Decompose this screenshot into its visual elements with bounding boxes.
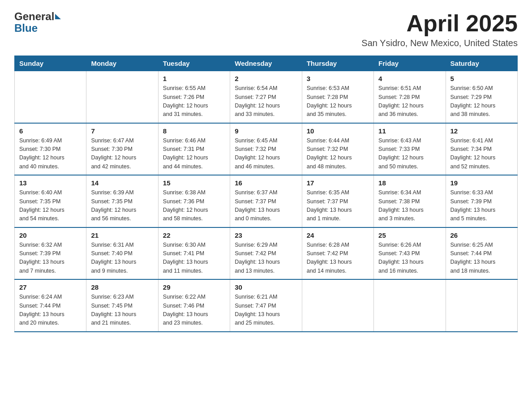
calendar-cell	[86, 71, 158, 123]
calendar-header-row: SundayMondayTuesdayWednesdayThursdayFrid…	[15, 56, 518, 71]
calendar-cell: 25Sunrise: 6:26 AM Sunset: 7:43 PM Dayli…	[374, 227, 446, 280]
calendar-cell: 15Sunrise: 6:38 AM Sunset: 7:36 PM Dayli…	[158, 175, 230, 227]
day-info: Sunrise: 6:38 AM Sunset: 7:36 PM Dayligh…	[163, 188, 225, 223]
logo-blue-text: Blue	[14, 22, 61, 34]
day-number: 8	[163, 127, 225, 135]
day-number: 25	[378, 231, 441, 239]
day-info: Sunrise: 6:34 AM Sunset: 7:38 PM Dayligh…	[378, 188, 441, 223]
calendar-cell: 14Sunrise: 6:39 AM Sunset: 7:35 PM Dayli…	[86, 175, 158, 227]
calendar-cell: 11Sunrise: 6:43 AM Sunset: 7:33 PM Dayli…	[374, 123, 446, 176]
day-number: 3	[307, 75, 369, 82]
day-number: 28	[91, 283, 153, 291]
day-info: Sunrise: 6:30 AM Sunset: 7:41 PM Dayligh…	[163, 241, 225, 276]
calendar-cell: 19Sunrise: 6:33 AM Sunset: 7:39 PM Dayli…	[446, 175, 517, 227]
calendar-cell: 21Sunrise: 6:31 AM Sunset: 7:40 PM Dayli…	[86, 227, 158, 280]
day-info: Sunrise: 6:53 AM Sunset: 7:28 PM Dayligh…	[307, 84, 369, 119]
day-number: 9	[235, 127, 297, 135]
calendar-cell: 17Sunrise: 6:35 AM Sunset: 7:37 PM Dayli…	[302, 175, 373, 227]
column-header-sunday: Sunday	[15, 56, 86, 71]
calendar-cell: 2Sunrise: 6:54 AM Sunset: 7:27 PM Daylig…	[230, 71, 302, 123]
day-number: 23	[235, 231, 297, 239]
day-info: Sunrise: 6:24 AM Sunset: 7:44 PM Dayligh…	[19, 293, 82, 328]
logo: General Blue	[14, 11, 61, 34]
calendar-cell: 10Sunrise: 6:44 AM Sunset: 7:32 PM Dayli…	[302, 123, 373, 176]
calendar-week-1: 1Sunrise: 6:55 AM Sunset: 7:26 PM Daylig…	[15, 71, 518, 123]
day-number: 14	[91, 179, 153, 187]
calendar-cell: 26Sunrise: 6:25 AM Sunset: 7:44 PM Dayli…	[446, 227, 517, 280]
day-number: 19	[450, 179, 513, 187]
calendar-cell: 29Sunrise: 6:22 AM Sunset: 7:46 PM Dayli…	[158, 279, 230, 332]
day-info: Sunrise: 6:31 AM Sunset: 7:40 PM Dayligh…	[91, 241, 153, 276]
calendar-week-5: 27Sunrise: 6:24 AM Sunset: 7:44 PM Dayli…	[15, 279, 518, 332]
day-number: 24	[307, 231, 369, 239]
calendar-cell: 9Sunrise: 6:45 AM Sunset: 7:32 PM Daylig…	[230, 123, 302, 176]
logo-general-text: General	[14, 11, 54, 22]
day-number: 10	[307, 127, 369, 135]
day-number: 12	[450, 127, 513, 135]
calendar-cell: 6Sunrise: 6:49 AM Sunset: 7:30 PM Daylig…	[15, 123, 86, 176]
calendar-cell: 13Sunrise: 6:40 AM Sunset: 7:35 PM Dayli…	[15, 175, 86, 227]
day-number: 27	[19, 283, 82, 291]
column-header-friday: Friday	[374, 56, 446, 71]
calendar-cell: 28Sunrise: 6:23 AM Sunset: 7:45 PM Dayli…	[86, 279, 158, 332]
column-header-saturday: Saturday	[446, 56, 517, 71]
calendar-cell: 16Sunrise: 6:37 AM Sunset: 7:37 PM Dayli…	[230, 175, 302, 227]
location-subtitle: San Ysidro, New Mexico, United States	[361, 38, 518, 48]
calendar-cell: 12Sunrise: 6:41 AM Sunset: 7:34 PM Dayli…	[446, 123, 517, 176]
month-title: April 2025	[361, 11, 518, 36]
day-number: 13	[19, 179, 82, 187]
calendar-cell: 18Sunrise: 6:34 AM Sunset: 7:38 PM Dayli…	[374, 175, 446, 227]
day-number: 26	[450, 231, 513, 239]
calendar-cell: 20Sunrise: 6:32 AM Sunset: 7:39 PM Dayli…	[15, 227, 86, 280]
day-info: Sunrise: 6:39 AM Sunset: 7:35 PM Dayligh…	[91, 188, 153, 223]
calendar-cell	[374, 279, 446, 332]
calendar-cell: 30Sunrise: 6:21 AM Sunset: 7:47 PM Dayli…	[230, 279, 302, 332]
day-number: 7	[91, 127, 153, 135]
day-info: Sunrise: 6:41 AM Sunset: 7:34 PM Dayligh…	[450, 137, 513, 171]
day-info: Sunrise: 6:25 AM Sunset: 7:44 PM Dayligh…	[450, 241, 513, 276]
day-info: Sunrise: 6:32 AM Sunset: 7:39 PM Dayligh…	[19, 241, 82, 276]
calendar-cell	[15, 71, 86, 123]
day-number: 22	[163, 231, 225, 239]
day-info: Sunrise: 6:37 AM Sunset: 7:37 PM Dayligh…	[235, 188, 297, 223]
day-number: 16	[235, 179, 297, 187]
column-header-monday: Monday	[86, 56, 158, 71]
day-info: Sunrise: 6:47 AM Sunset: 7:30 PM Dayligh…	[91, 137, 153, 171]
calendar-week-3: 13Sunrise: 6:40 AM Sunset: 7:35 PM Dayli…	[15, 175, 518, 227]
day-info: Sunrise: 6:49 AM Sunset: 7:30 PM Dayligh…	[19, 137, 82, 171]
column-header-thursday: Thursday	[302, 56, 373, 71]
calendar-cell: 24Sunrise: 6:28 AM Sunset: 7:42 PM Dayli…	[302, 227, 373, 280]
day-info: Sunrise: 6:21 AM Sunset: 7:47 PM Dayligh…	[235, 293, 297, 328]
day-info: Sunrise: 6:26 AM Sunset: 7:43 PM Dayligh…	[378, 241, 441, 276]
day-number: 17	[307, 179, 369, 187]
day-info: Sunrise: 6:35 AM Sunset: 7:37 PM Dayligh…	[307, 188, 369, 223]
day-info: Sunrise: 6:54 AM Sunset: 7:27 PM Dayligh…	[235, 84, 297, 119]
calendar-cell: 7Sunrise: 6:47 AM Sunset: 7:30 PM Daylig…	[86, 123, 158, 176]
day-number: 20	[19, 231, 82, 239]
calendar-cell: 1Sunrise: 6:55 AM Sunset: 7:26 PM Daylig…	[158, 71, 230, 123]
calendar-cell: 3Sunrise: 6:53 AM Sunset: 7:28 PM Daylig…	[302, 71, 373, 123]
day-info: Sunrise: 6:28 AM Sunset: 7:42 PM Dayligh…	[307, 241, 369, 276]
logo-triangle-icon	[55, 14, 61, 19]
calendar-cell: 4Sunrise: 6:51 AM Sunset: 7:28 PM Daylig…	[374, 71, 446, 123]
day-info: Sunrise: 6:44 AM Sunset: 7:32 PM Dayligh…	[307, 137, 369, 171]
calendar-cell: 5Sunrise: 6:50 AM Sunset: 7:29 PM Daylig…	[446, 71, 517, 123]
day-number: 1	[163, 75, 225, 82]
day-info: Sunrise: 6:43 AM Sunset: 7:33 PM Dayligh…	[378, 137, 441, 171]
day-number: 18	[378, 179, 441, 187]
title-area: April 2025 San Ysidro, New Mexico, Unite…	[361, 11, 518, 48]
day-info: Sunrise: 6:29 AM Sunset: 7:42 PM Dayligh…	[235, 241, 297, 276]
day-info: Sunrise: 6:51 AM Sunset: 7:28 PM Dayligh…	[378, 84, 441, 119]
day-info: Sunrise: 6:33 AM Sunset: 7:39 PM Dayligh…	[450, 188, 513, 223]
column-header-tuesday: Tuesday	[158, 56, 230, 71]
day-number: 30	[235, 283, 297, 291]
day-number: 29	[163, 283, 225, 291]
day-number: 6	[19, 127, 82, 135]
calendar-week-2: 6Sunrise: 6:49 AM Sunset: 7:30 PM Daylig…	[15, 123, 518, 176]
calendar-cell: 27Sunrise: 6:24 AM Sunset: 7:44 PM Dayli…	[15, 279, 86, 332]
day-number: 11	[378, 127, 441, 135]
day-number: 5	[450, 75, 513, 82]
calendar-week-4: 20Sunrise: 6:32 AM Sunset: 7:39 PM Dayli…	[15, 227, 518, 280]
day-number: 21	[91, 231, 153, 239]
calendar-cell: 23Sunrise: 6:29 AM Sunset: 7:42 PM Dayli…	[230, 227, 302, 280]
